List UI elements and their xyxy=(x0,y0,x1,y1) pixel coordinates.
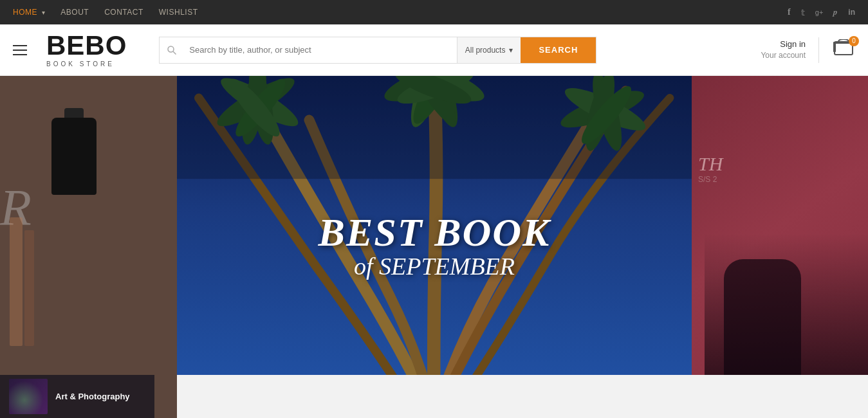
header-right: Sign in Your account 0 xyxy=(761,37,855,63)
nav-about[interactable]: ABOUT xyxy=(60,8,89,17)
linkedin-icon[interactable]: in xyxy=(848,8,855,17)
svg-line-1 xyxy=(173,51,176,55)
svg-rect-25 xyxy=(177,76,692,179)
hero-image: BEST BOOK of SEPTEMBER xyxy=(177,76,692,418)
cart-badge: 0 xyxy=(849,36,859,46)
logo-text: BEBO xyxy=(46,32,127,59)
category-chevron: ▾ xyxy=(509,46,513,55)
right-panel: TH S/S 2 xyxy=(692,76,868,418)
hero-text: BEST BOOK of SEPTEMBER xyxy=(319,212,551,282)
hero-subtitle: of SEPTEMBER xyxy=(319,252,551,282)
right-figure xyxy=(705,233,868,375)
twitter-icon[interactable]: 𝕥 xyxy=(801,8,805,17)
category-dropdown[interactable]: All products ▾ xyxy=(457,37,521,63)
category-label: Art & Photography xyxy=(55,392,130,401)
book-spine-1 xyxy=(10,217,23,346)
account-info: Sign in Your account xyxy=(761,39,806,60)
hero-title: BEST BOOK xyxy=(319,212,551,252)
nav-wishlist[interactable]: WISHLIST xyxy=(159,8,198,17)
nav-links: HOME ▾ ABOUT CONTACT WISHLIST xyxy=(13,8,198,17)
logo-sub: BOOK STORE xyxy=(46,60,115,68)
site-header: BEBO BOOK STORE All products ▾ SEARCH Si… xyxy=(0,24,868,76)
right-text-label: TH xyxy=(698,153,723,175)
facebook-icon[interactable]: f xyxy=(788,7,791,17)
search-button[interactable]: SEARCH xyxy=(521,37,596,63)
left-panel: R Art & Photography xyxy=(0,76,177,418)
lower-right xyxy=(692,375,868,418)
category-thumbnail xyxy=(9,379,48,414)
search-input[interactable] xyxy=(184,37,456,63)
google-plus-icon[interactable]: g+ xyxy=(815,8,824,16)
social-links: f 𝕥 g+ 𝒑 in xyxy=(788,7,855,17)
pinterest-icon[interactable]: 𝒑 xyxy=(833,7,838,17)
right-text: TH S/S 2 xyxy=(698,153,723,184)
search-icon xyxy=(160,37,184,63)
nav-home[interactable]: HOME ▾ xyxy=(13,8,45,17)
site-logo[interactable]: BEBO BOOK STORE xyxy=(46,32,127,68)
search-bar: All products ▾ SEARCH xyxy=(159,37,596,64)
your-account-link[interactable]: Your account xyxy=(761,51,806,60)
top-navigation: HOME ▾ ABOUT CONTACT WISHLIST f 𝕥 g+ 𝒑 i… xyxy=(0,0,868,24)
figure-silhouette xyxy=(724,259,801,375)
header-divider xyxy=(818,37,819,63)
hamburger-menu[interactable] xyxy=(13,45,27,55)
center-hero: BEST BOOK of SEPTEMBER xyxy=(177,76,692,418)
right-text-sub: S/S 2 xyxy=(698,175,723,184)
nav-contact[interactable]: CONTACT xyxy=(104,8,143,17)
lower-center xyxy=(177,375,692,418)
svg-point-0 xyxy=(168,46,174,52)
sign-in-link[interactable]: Sign in xyxy=(761,39,806,49)
main-content: R Art & Photography xyxy=(0,76,868,418)
book-spine-2 xyxy=(24,230,34,346)
cart-icon[interactable]: 0 xyxy=(832,39,855,61)
lower-left-section: Art & Photography xyxy=(0,375,154,418)
category-label: All products xyxy=(465,46,506,55)
bottle-body xyxy=(51,118,97,195)
